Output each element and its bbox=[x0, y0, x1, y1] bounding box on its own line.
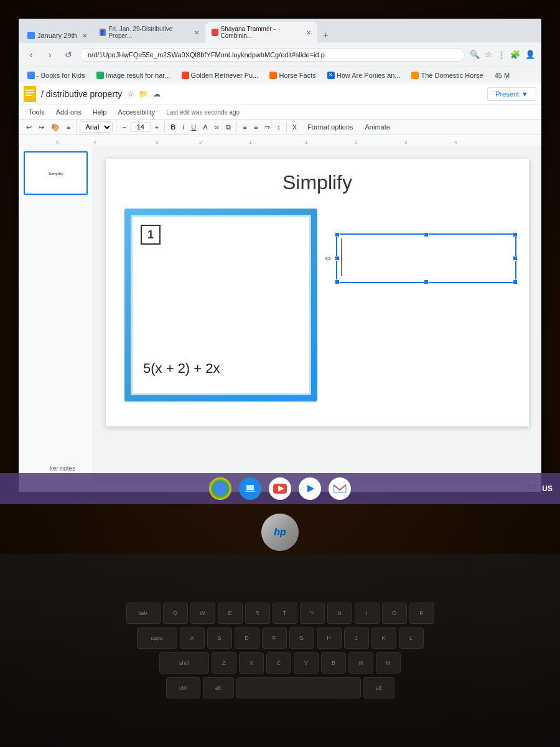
menu-accessibility[interactable]: Accessibility bbox=[113, 106, 160, 118]
taskbar-icon-gmail[interactable] bbox=[329, 477, 351, 500]
tab-shayana[interactable]: Shayana Trammer - Combinin... ✕ bbox=[205, 22, 317, 43]
menu-addons[interactable]: Add-ons bbox=[51, 106, 86, 118]
menu-tools[interactable]: Tools bbox=[24, 106, 50, 118]
chrome-icons: 🔍 ☆ ⋮ 🧩 👤 bbox=[469, 49, 536, 60]
menu-bar: Tools Add-ons Help Accessibility Last ed… bbox=[19, 105, 541, 120]
slides-document-title[interactable]: / distributive property bbox=[41, 89, 122, 99]
play-icon bbox=[303, 482, 317, 496]
tab-close-distributive[interactable]: ✕ bbox=[194, 29, 199, 36]
menu-help[interactable]: Help bbox=[88, 106, 112, 118]
handle-left-middle[interactable] bbox=[335, 256, 340, 261]
slide-thumbnail-1[interactable]: Simplify bbox=[24, 151, 88, 195]
resize-handle[interactable]: ⇔ bbox=[325, 254, 331, 263]
key-row-1: tab Q W E R T Y U I O P bbox=[126, 603, 434, 624]
svg-rect-16 bbox=[245, 491, 255, 492]
extension-icon[interactable]: 🧩 bbox=[509, 49, 521, 60]
bookmark-icon-horse bbox=[269, 72, 277, 79]
key-k: K bbox=[371, 627, 396, 649]
bold-button[interactable]: B bbox=[168, 122, 178, 132]
svg-rect-3 bbox=[26, 95, 32, 96]
indent-button[interactable]: ⇒ bbox=[262, 122, 273, 133]
slide-canvas[interactable]: Simplify 1 5( bbox=[106, 159, 529, 426]
handle-top-right[interactable] bbox=[513, 232, 518, 237]
tab-close-january[interactable]: ✕ bbox=[82, 32, 87, 39]
taskbar-locale: US bbox=[542, 484, 553, 493]
search-icon[interactable]: 🔍 bbox=[469, 49, 481, 60]
bookmark-icon-ponies: ✕ bbox=[327, 72, 335, 79]
bookmark-horse-facts[interactable]: Horse Facts bbox=[266, 70, 319, 80]
svg-text:3: 3 bbox=[156, 139, 159, 145]
font-size-decrease[interactable]: − bbox=[119, 122, 128, 132]
key-t: T bbox=[273, 603, 297, 624]
handle-bottom-left[interactable] bbox=[335, 280, 340, 284]
slide-panel: Simplify bbox=[19, 146, 93, 482]
paint-format-button[interactable]: 🎨 bbox=[49, 122, 62, 133]
bookmark-icon-books bbox=[27, 72, 35, 79]
taskbar-icon-youtube[interactable] bbox=[269, 477, 291, 500]
underline-button[interactable]: U bbox=[189, 122, 198, 132]
key-space bbox=[236, 677, 361, 698]
redo-button[interactable]: ↪ bbox=[36, 122, 47, 133]
handle-right-middle[interactable] bbox=[513, 256, 518, 261]
answer-textbox[interactable]: ⇔ bbox=[336, 233, 516, 283]
forward-button[interactable]: › bbox=[42, 47, 57, 62]
tab-close-shayana[interactable]: ✕ bbox=[306, 29, 311, 36]
tab-january[interactable]: January 29th ✕ bbox=[21, 28, 93, 43]
taskbar-icon-google[interactable] bbox=[209, 477, 231, 500]
zoom-button[interactable]: ≡ bbox=[64, 122, 73, 132]
bookmark-45m[interactable]: 45 M bbox=[491, 70, 513, 80]
animate-button[interactable]: Animate bbox=[362, 122, 394, 132]
strikethrough-button[interactable]: X bbox=[290, 122, 299, 132]
key-a: A bbox=[180, 627, 205, 649]
key-b: B bbox=[321, 652, 346, 674]
taskbar-icon-play[interactable] bbox=[299, 477, 321, 500]
list-button[interactable]: ≡ bbox=[251, 122, 260, 132]
align-button[interactable]: ≡ bbox=[240, 122, 249, 132]
menu-icon[interactable]: ⋮ bbox=[496, 49, 506, 60]
line-spacing-button[interactable]: ↕ bbox=[274, 122, 283, 132]
key-o: O bbox=[382, 603, 407, 624]
tab-favicon-doc: ⬆ bbox=[100, 29, 106, 36]
new-tab-button[interactable]: + bbox=[320, 27, 332, 42]
cloud-icon[interactable]: ☁ bbox=[153, 90, 161, 98]
handle-top-middle[interactable] bbox=[424, 232, 429, 237]
italic-button[interactable]: I bbox=[180, 122, 187, 132]
bookmark-domestic-horse[interactable]: The Domestic Horse bbox=[408, 70, 487, 80]
highlight-button[interactable]: ∞ bbox=[212, 122, 222, 132]
handle-top-left[interactable] bbox=[335, 232, 340, 237]
font-select[interactable]: Arial bbox=[80, 121, 113, 133]
address-input[interactable]: n/d/1UpoJHwFQe55e_m2SWa0XQl8bfYFMonLluyk… bbox=[80, 48, 465, 62]
bookmark-golden-retriever[interactable]: Golden Retriever Pu... bbox=[178, 70, 263, 80]
text-color-button[interactable]: A bbox=[200, 122, 210, 132]
key-v: V bbox=[294, 652, 319, 674]
handle-bottom-middle[interactable] bbox=[424, 280, 429, 284]
star-bookmark-icon[interactable]: ☆ bbox=[483, 49, 493, 60]
key-n: N bbox=[348, 652, 373, 674]
bookmark-image-result[interactable]: Image result for har... bbox=[93, 70, 174, 80]
tab-distributive[interactable]: ⬆ Fri. Jan. 29-Distributive Proper... ✕ bbox=[93, 22, 205, 43]
tab-bar: January 29th ✕ ⬆ Fri. Jan. 29-Distributi… bbox=[19, 19, 541, 42]
font-size-increase[interactable]: + bbox=[152, 122, 161, 132]
account-icon[interactable]: 👤 bbox=[524, 49, 536, 60]
google-slides-app: / distributive property ☆ 📁 ☁ Present ▼ … bbox=[19, 83, 541, 492]
bookmark-books-for-kids[interactable]: - Books for Kids bbox=[24, 70, 89, 80]
format-options-button[interactable]: Format options bbox=[304, 122, 357, 132]
star-icon[interactable]: ☆ bbox=[127, 90, 134, 98]
font-size-input[interactable] bbox=[131, 122, 151, 132]
taskbar-icon-chromebook[interactable] bbox=[239, 477, 261, 500]
toolbar-divider-2 bbox=[116, 121, 116, 133]
svg-rect-2 bbox=[26, 92, 34, 93]
back-button[interactable]: ‹ bbox=[24, 47, 39, 62]
insert-link-button[interactable]: ⧉ bbox=[223, 122, 233, 133]
tab-favicon-slides bbox=[212, 29, 218, 36]
equation-card[interactable]: 1 5(x + 2) + 2x bbox=[124, 209, 317, 402]
bookmark-how-are-ponies[interactable]: ✕ How Are Ponies an... bbox=[324, 70, 404, 80]
folder-icon[interactable]: 📁 bbox=[139, 90, 148, 98]
handle-bottom-right[interactable] bbox=[513, 280, 518, 284]
present-button[interactable]: Present ▼ bbox=[487, 87, 536, 101]
key-shift: shift bbox=[159, 652, 209, 674]
chromebook-icon bbox=[244, 482, 256, 495]
undo-button[interactable]: ↩ bbox=[24, 122, 34, 133]
bookmark-label-horse: Horse Facts bbox=[279, 72, 315, 79]
refresh-button[interactable]: ↺ bbox=[61, 47, 76, 62]
